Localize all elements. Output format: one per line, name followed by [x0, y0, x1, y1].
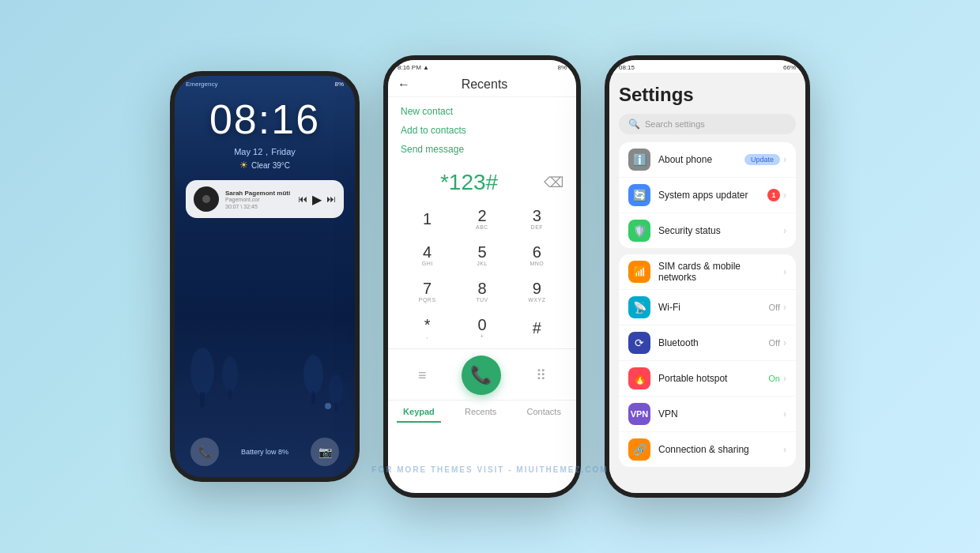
connection-icon: 🔗	[628, 438, 650, 461]
hotspot-icon: 🔥	[628, 367, 650, 389]
key-1[interactable]: 1	[401, 201, 454, 236]
dialer-number: *123#	[401, 170, 537, 195]
player-title: Sarah Pagemont müti	[225, 190, 292, 197]
lock-bottom-bar: 📞 Battery low 8% 📷	[175, 431, 355, 477]
settings-body: Settings 🔍 Search settings ℹ️ About phon…	[609, 73, 805, 493]
settings-item-system-apps[interactable]: 🔄 System apps updater 1 ›	[619, 178, 796, 213]
tree-3	[303, 355, 323, 404]
about-phone-right: Update ›	[744, 154, 786, 165]
player-time: 30:07 \ 32:45	[225, 204, 292, 209]
settings-section-2: 📶 SIM cards & mobile networks › 📡 Wi-Fi	[619, 254, 796, 467]
phone-settings: 08:15 66% Settings 🔍 Search settings ℹ️ …	[605, 55, 810, 498]
tab-contacts[interactable]: Contacts	[521, 404, 567, 419]
connection-text: Connection & sharing	[658, 444, 775, 455]
lock-weather: ☀ Clear 39°C	[175, 160, 355, 171]
dialer-title: Recents	[418, 77, 551, 92]
add-to-contacts-action[interactable]: Add to contacts	[401, 121, 564, 140]
key-2[interactable]: 2ABC	[455, 201, 508, 236]
send-message-action[interactable]: Send message	[401, 140, 564, 159]
tab-recents[interactable]: Recents	[458, 404, 503, 419]
update-badge: Update	[744, 154, 780, 165]
key-8[interactable]: 8TUV	[455, 274, 508, 309]
phone-lock-screen: Emergency 8% 08:16 May 12，Friday ☀ Clear…	[170, 71, 360, 482]
key-hash[interactable]: #	[511, 310, 564, 345]
dialer-header: ← Recents	[388, 73, 576, 97]
phone-dialer: 8:16 PM ▲ 8% ← Recents New contact Add t…	[383, 55, 581, 498]
hotspot-value: On	[768, 374, 780, 383]
hotspot-label: Portable hotspot	[658, 373, 760, 384]
key-0[interactable]: 0+	[455, 310, 508, 345]
settings-item-wifi[interactable]: 📡 Wi-Fi Off ›	[619, 290, 796, 325]
settings-item-bluetooth[interactable]: ⟳ Bluetooth Off ›	[619, 325, 796, 361]
settings-status-bar: 08:15 66%	[609, 60, 805, 73]
connection-right: ›	[783, 444, 786, 455]
player-disc	[202, 195, 210, 203]
sim-label: SIM cards & mobile networks	[658, 261, 775, 283]
player-prev-button[interactable]: ⏮	[298, 194, 307, 205]
hotspot-chevron: ›	[783, 373, 786, 384]
dialpad-icon[interactable]: ⠿	[536, 367, 546, 384]
player-next-button[interactable]: ⏭	[326, 194, 336, 205]
system-apps-chevron: ›	[783, 190, 786, 201]
key-3[interactable]: 3DEF	[511, 201, 564, 236]
vpn-right: ›	[783, 408, 786, 419]
connection-chevron: ›	[783, 444, 786, 455]
key-5[interactable]: 5JKL	[455, 238, 508, 273]
watermark: FOR MORE THEMES VISIT - MIUITHEMEZ.COM	[371, 465, 608, 474]
settings-item-about-phone[interactable]: ℹ️ About phone Update ›	[619, 142, 796, 178]
key-star[interactable]: *,	[401, 310, 454, 345]
call-button[interactable]: 📞	[462, 356, 501, 395]
dialer-status-bar: 8:16 PM ▲ 8%	[388, 60, 576, 73]
menu-icon[interactable]: ≡	[418, 367, 427, 384]
settings-item-sim[interactable]: 📶 SIM cards & mobile networks ›	[619, 254, 796, 290]
dialer-status-right: 8%	[557, 64, 567, 71]
wifi-icon: 📡	[628, 296, 650, 318]
settings-status-left: 08:15	[619, 64, 635, 71]
sim-right: ›	[783, 266, 786, 277]
key-9[interactable]: 9WXYZ	[511, 274, 564, 309]
new-contact-action[interactable]: New contact	[401, 102, 564, 121]
bluetooth-value: Off	[769, 338, 780, 348]
key-4[interactable]: 4GHI	[401, 238, 454, 273]
lock-date: May 12，Friday	[175, 146, 355, 158]
system-apps-label: System apps updater	[658, 190, 760, 201]
about-phone-chevron: ›	[783, 154, 786, 165]
lock-battery-label: 8%	[334, 81, 344, 88]
settings-item-security[interactable]: 🛡️ Security status ›	[619, 213, 796, 248]
settings-search-placeholder: Search settings	[645, 119, 705, 129]
wifi-label: Wi-Fi	[658, 302, 761, 313]
key-6[interactable]: 6MNO	[511, 238, 564, 273]
dialer-display: *123# ⌫	[388, 164, 576, 198]
system-apps-icon: 🔄	[628, 184, 650, 206]
tree-2	[222, 356, 238, 400]
bluetooth-label: Bluetooth	[658, 337, 761, 348]
settings-item-hotspot[interactable]: 🔥 Portable hotspot On ›	[619, 361, 796, 397]
settings-search-bar[interactable]: 🔍 Search settings	[619, 114, 796, 134]
wifi-chevron: ›	[783, 302, 786, 313]
bluetooth-text: Bluetooth	[658, 337, 761, 348]
search-icon: 🔍	[628, 118, 640, 130]
system-apps-right: 1 ›	[767, 189, 786, 201]
key-7[interactable]: 7PQRS	[401, 274, 454, 309]
dialer-back-button[interactable]: ←	[398, 77, 410, 92]
lock-camera-button[interactable]: 📷	[311, 438, 339, 466]
player-play-button[interactable]: ▶	[312, 192, 322, 207]
player-thumbnail	[194, 186, 219, 212]
security-chevron: ›	[783, 225, 786, 236]
bluetooth-icon: ⟳	[628, 332, 650, 354]
settings-status-right: 66%	[783, 64, 796, 71]
settings-item-vpn[interactable]: VPN VPN ›	[619, 397, 796, 432]
security-text: Security status	[658, 225, 775, 236]
vpn-chevron: ›	[783, 408, 786, 419]
wifi-right: Off ›	[769, 302, 786, 313]
dialer-keypad: 1 2ABC 3DEF 4GHI 5JKL 6MNO 7PQRS 8TUV 9W…	[388, 198, 576, 348]
settings-item-connection[interactable]: 🔗 Connection & sharing ›	[619, 432, 796, 467]
lock-phone-button[interactable]: 📞	[190, 438, 219, 466]
system-apps-text: System apps updater	[658, 190, 760, 201]
tab-keypad[interactable]: Keypad	[397, 404, 441, 419]
lock-battery-low-text: Battery low 8%	[241, 448, 288, 456]
backspace-button[interactable]: ⌫	[544, 174, 564, 191]
bluetooth-chevron: ›	[783, 337, 786, 348]
about-phone-text: About phone	[658, 154, 737, 165]
tree-1	[190, 348, 214, 408]
